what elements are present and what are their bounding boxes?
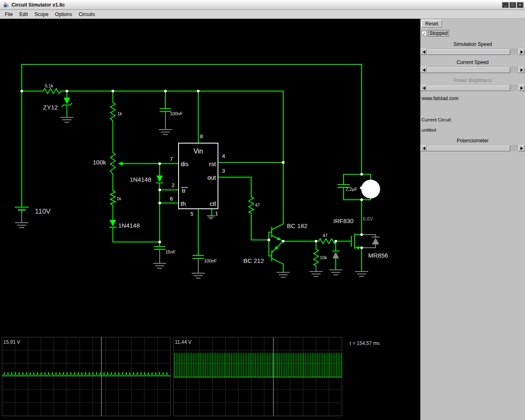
power-brightness-label: Power Brightness	[420, 78, 525, 83]
chip-pin-th: th	[181, 200, 186, 207]
menu-scope[interactable]: Scope	[31, 11, 52, 18]
pin-number-1: 1	[215, 210, 218, 217]
java-icon	[2, 2, 9, 8]
slider-track[interactable]	[427, 145, 518, 151]
zener-zy12[interactable]	[62, 98, 72, 107]
control-panel: Reset ✓ Stopped Simulation Speed Current…	[420, 19, 525, 420]
menu-edit[interactable]: Edit	[16, 11, 31, 18]
slider-arrow-left-icon[interactable]	[420, 49, 427, 55]
label-r-lower: 1k	[117, 196, 122, 201]
resistor-47-base[interactable]	[249, 197, 254, 213]
slider-thumb[interactable]	[427, 67, 510, 73]
slider-arrow-right-icon[interactable]	[518, 67, 525, 73]
voltage-source-110v[interactable]	[15, 207, 28, 210]
pin-number-3: 3	[222, 168, 225, 174]
label-d-discharge: 1N4148	[118, 222, 140, 229]
chip-pin-rst: rst	[209, 160, 216, 167]
resistor-47-gate[interactable]	[319, 239, 336, 244]
lamp[interactable]	[361, 180, 380, 199]
close-button[interactable]: ×	[517, 2, 523, 8]
pin-number-6: 6	[170, 196, 173, 202]
chip-pin-tr: tr	[182, 187, 186, 194]
reset-button[interactable]: Reset	[421, 20, 442, 28]
transistor-bc182[interactable]	[272, 224, 283, 241]
menu-circuits[interactable]: Circuits	[75, 11, 98, 18]
titlebar[interactable]: Circuit Simulator v1.6c _ □ ×	[0, 0, 525, 10]
stopped-checkbox[interactable]: ✓	[422, 31, 427, 36]
pin-number-8: 8	[200, 133, 203, 139]
simulation-speed-slider[interactable]	[420, 49, 525, 55]
slider-track[interactable]	[427, 67, 518, 73]
label-c-snubber: 2,2µF	[346, 187, 358, 192]
capacitor-100nf-top[interactable]	[160, 109, 171, 112]
scope-left[interactable]: 15,91 V	[2, 337, 170, 416]
slider-thumb[interactable]	[427, 49, 510, 55]
window-title: Circuit Simulator v1.6c	[11, 2, 65, 8]
slider-arrow-left-icon[interactable]	[420, 145, 427, 151]
chip-pin-ctl: ctl	[210, 200, 216, 207]
resistor-1k-bottom[interactable]	[110, 191, 115, 205]
maximize-button[interactable]: □	[509, 2, 516, 8]
diode-1n4148-bottom[interactable]	[110, 220, 116, 227]
label-zener-input: ZY12	[43, 104, 58, 111]
label-v-node: 6,6V	[363, 216, 373, 222]
pin-number-2: 2	[172, 182, 174, 188]
label-r-pulldown: 10k	[320, 255, 327, 260]
pin-number-5: 5	[190, 211, 193, 217]
application-window: Circuit Simulator v1.6c _ □ × File Edit …	[0, 0, 525, 420]
label-d-charge: 1N4148	[130, 176, 151, 183]
slider-thumb[interactable]	[427, 85, 510, 91]
slider-arrow-right-icon[interactable]	[518, 49, 525, 55]
resistor-1k-top[interactable]	[110, 103, 115, 121]
slider-arrow-left-icon[interactable]	[420, 85, 427, 91]
transistor-bc212[interactable]	[272, 241, 283, 264]
scope-right-voltage: 11,44 V	[175, 339, 191, 345]
label-r-gate: 47	[323, 233, 328, 238]
circuit-canvas[interactable]: Vin dis rst out tr th ctl 8 7 4 3 2 6 5 …	[0, 19, 420, 420]
chip-pin-dis: dis	[181, 160, 188, 167]
circuit-area[interactable]: Vin dis rst out tr th ctl 8 7 4 3 2 6 5 …	[0, 19, 420, 420]
pin-number-7: 7	[170, 156, 173, 162]
potentiometer-label: Potenciométer	[420, 138, 525, 144]
current-circuit-label: Current Circuit:	[422, 117, 452, 122]
current-speed-slider[interactable]	[420, 67, 525, 73]
zener-gate-clamp[interactable]	[332, 251, 339, 258]
menu-options[interactable]: Options	[52, 11, 75, 18]
resistor-5k1[interactable]	[43, 89, 61, 94]
potentiometer-100k[interactable]	[110, 153, 115, 174]
label-d-flyback: MR856	[368, 252, 388, 259]
menu-file[interactable]: File	[2, 11, 16, 18]
timer-chip-555[interactable]: Vin dis rst out tr th ctl 8 7 4 3 2 6 5 …	[170, 133, 225, 217]
diode-1n4148-top[interactable]	[156, 176, 163, 183]
slider-track[interactable]	[427, 85, 518, 91]
slider-arrow-left-icon[interactable]	[420, 67, 427, 73]
label-r-input: 5,1k	[45, 83, 53, 88]
scope-left-voltage: 15,91 V	[3, 339, 20, 345]
capacitor-15nf[interactable]	[154, 247, 165, 249]
stopped-label[interactable]: Stopped	[429, 30, 449, 36]
website-text: www.falstad.com	[422, 96, 459, 101]
capacitor-100nf-bottom[interactable]	[193, 256, 204, 258]
label-c-control: 100nF	[204, 258, 217, 263]
slider-arrow-right-icon[interactable]	[518, 85, 525, 91]
resistor-10k[interactable]	[314, 249, 319, 266]
scope-right[interactable]: 11,44 V	[174, 337, 342, 416]
potentiometer-wiper-arrow[interactable]	[118, 162, 123, 166]
chip-pin-out: out	[207, 174, 216, 181]
label-r-top: 1k	[117, 111, 122, 116]
power-brightness-slider[interactable]	[420, 85, 525, 91]
label-source-voltage: 110V	[35, 208, 51, 215]
menubar: File Edit Scope Options Circuits	[0, 10, 525, 19]
label-npn: BC 182	[287, 222, 307, 229]
chip-pin-vin: Vin	[194, 148, 203, 155]
diode-mr856[interactable]	[372, 237, 379, 244]
mosfet-irf830[interactable]	[351, 234, 362, 249]
slider-thumb[interactable]	[427, 146, 510, 151]
label-r-out: 47	[255, 203, 260, 208]
minimize-button[interactable]: _	[502, 2, 509, 8]
slider-track[interactable]	[427, 49, 518, 55]
simulation-speed-label: Simulation Speed	[420, 41, 525, 47]
potentiometer-slider[interactable]	[420, 145, 525, 151]
label-mosfet: IRF830	[333, 217, 353, 224]
slider-arrow-right-icon[interactable]	[518, 145, 525, 151]
